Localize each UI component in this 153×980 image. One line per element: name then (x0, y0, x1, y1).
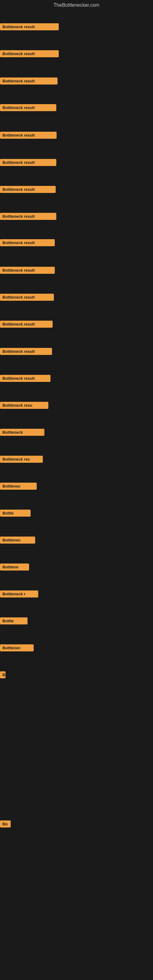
bottleneck-result-bar[interactable]: Bottlenec (0, 644, 33, 651)
bottleneck-result-bar[interactable]: Bottleneck res (0, 456, 43, 463)
bottleneck-result-bar[interactable]: Bottleneck result (0, 159, 56, 166)
bottleneck-result-bar[interactable]: Bottle (0, 510, 30, 517)
site-title: TheBottlenecker.com (0, 0, 153, 9)
bottleneck-result-bar[interactable]: B (0, 671, 5, 678)
bottleneck-result-bar[interactable]: Bottleneck result (0, 23, 59, 30)
bottleneck-result-bar[interactable]: Bottleneck result (0, 213, 56, 220)
bottleneck-result-bar[interactable]: Bottleneck (0, 429, 45, 436)
bottleneck-result-bar[interactable]: Bottleneck result (0, 375, 51, 382)
bottleneck-result-bar[interactable]: Bottleneck result (0, 321, 53, 328)
bottleneck-result-bar[interactable]: Bottleneck r (0, 590, 38, 598)
bottleneck-result-bar[interactable]: Bottleneck result (0, 348, 52, 355)
bottleneck-result-bar[interactable]: Bottleneck result (0, 294, 54, 301)
bottleneck-result-bar[interactable]: Bo (0, 821, 11, 827)
bottleneck-result-bar[interactable]: Bottle (0, 617, 27, 624)
bottleneck-result-bar[interactable]: Bottleneck result (0, 78, 57, 84)
bottleneck-result-bar[interactable]: Bottleneck result (0, 132, 57, 139)
bottleneck-result-bar[interactable]: Bottlenec (0, 483, 37, 490)
bottleneck-result-bar[interactable]: Bottleneck result (0, 239, 55, 246)
bottleneck-result-bar[interactable]: Bottleneck result (0, 267, 55, 274)
bottleneck-result-bar[interactable]: Bottleneck result (0, 186, 56, 193)
bottleneck-result-bar[interactable]: Bottleneck result (0, 50, 59, 57)
bottleneck-result-bar[interactable]: Bottlene (0, 563, 29, 571)
bottleneck-result-bar[interactable]: Bottleneck resu (0, 402, 48, 409)
bottleneck-result-bar[interactable]: Bottlenec (0, 536, 35, 544)
bottleneck-result-bar[interactable]: Bottleneck result (0, 104, 56, 111)
